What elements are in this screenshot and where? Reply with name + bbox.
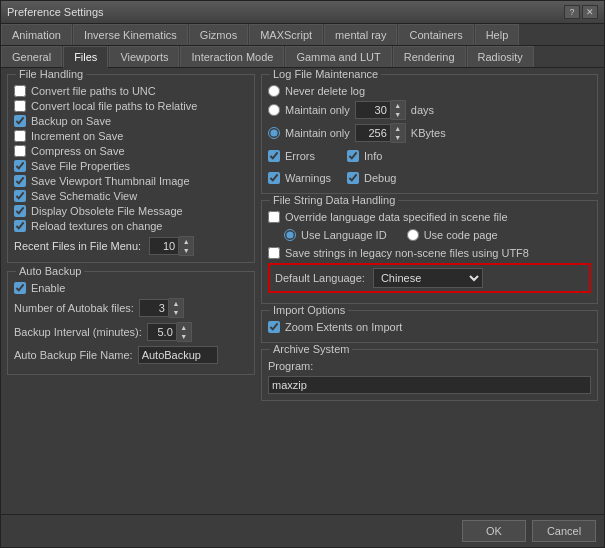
compress-checkbox[interactable] xyxy=(14,145,26,157)
schematic-checkbox[interactable] xyxy=(14,190,26,202)
interval-down[interactable]: ▼ xyxy=(177,332,191,341)
maintain-days-row: Maintain only ▲ ▼ days xyxy=(268,100,591,120)
enable-backup-row: Enable xyxy=(14,282,248,294)
tabs-row2: General Files Viewports Interaction Mode… xyxy=(1,46,604,68)
days-spinner: ▲ ▼ xyxy=(355,100,406,120)
relative-checkbox[interactable] xyxy=(14,100,26,112)
checkbox-backup-save: Backup on Save xyxy=(14,115,248,127)
tab-gamma-lut[interactable]: Gamma and LUT xyxy=(285,46,391,67)
archive-system-title: Archive System xyxy=(270,343,352,355)
maintain-kb-radio[interactable] xyxy=(268,127,280,139)
recent-files-spinner: ▲ ▼ xyxy=(149,236,194,256)
default-language-select[interactable]: Chinese English Japanese Korean German F… xyxy=(373,268,483,288)
days-up[interactable]: ▲ xyxy=(391,101,405,110)
reload-textures-label: Reload textures on change xyxy=(31,220,162,232)
footer: OK Cancel xyxy=(1,514,604,547)
override-checkbox[interactable] xyxy=(268,211,280,223)
num-files-up[interactable]: ▲ xyxy=(169,299,183,308)
obsolete-checkbox[interactable] xyxy=(14,205,26,217)
maintain-kb-label: Maintain only xyxy=(285,127,350,139)
default-language-row: Default Language: Chinese English Japane… xyxy=(268,263,591,293)
help-button[interactable]: ? xyxy=(564,5,580,19)
num-files-spinner: ▲ ▼ xyxy=(139,298,184,318)
use-lang-id-radio[interactable] xyxy=(284,229,296,241)
debug-checkbox[interactable] xyxy=(347,172,359,184)
errors-checkbox[interactable] xyxy=(268,150,280,162)
content-area: File Handling Convert file paths to UNC … xyxy=(1,68,604,514)
tab-gizmos[interactable]: Gizmos xyxy=(189,24,248,45)
tab-inverse-kinematics[interactable]: Inverse Kinematics xyxy=(73,24,188,45)
days-input[interactable] xyxy=(355,101,391,119)
info-row: Info xyxy=(347,150,396,162)
thumbnail-checkbox[interactable] xyxy=(14,175,26,187)
unc-checkbox[interactable] xyxy=(14,85,26,97)
zoom-extents-checkbox[interactable] xyxy=(268,321,280,333)
use-lang-id-label: Use Language ID xyxy=(301,229,387,241)
days-spinner-btns: ▲ ▼ xyxy=(391,100,406,120)
tab-animation[interactable]: Animation xyxy=(1,24,72,45)
use-code-page-radio[interactable] xyxy=(407,229,419,241)
import-options-title: Import Options xyxy=(270,304,348,316)
enable-backup-label: Enable xyxy=(31,282,65,294)
tabs-row1: Animation Inverse Kinematics Gizmos MAXS… xyxy=(1,24,604,46)
warnings-row: Warnings xyxy=(268,172,331,184)
tab-interaction-mode[interactable]: Interaction Mode xyxy=(180,46,284,67)
tab-files[interactable]: Files xyxy=(63,46,108,68)
tab-radiosity[interactable]: Radiosity xyxy=(467,46,534,67)
reload-textures-checkbox[interactable] xyxy=(14,220,26,232)
program-input[interactable] xyxy=(268,376,591,394)
tab-maxscript[interactable]: MAXScript xyxy=(249,24,323,45)
recent-files-up[interactable]: ▲ xyxy=(179,237,193,246)
preference-settings-window: Preference Settings ? ✕ Animation Invers… xyxy=(0,0,605,548)
kb-input[interactable] xyxy=(355,124,391,142)
num-files-down[interactable]: ▼ xyxy=(169,308,183,317)
enable-backup-checkbox[interactable] xyxy=(14,282,26,294)
never-delete-row: Never delete log xyxy=(268,85,591,97)
ok-button[interactable]: OK xyxy=(462,520,526,542)
info-checkbox[interactable] xyxy=(347,150,359,162)
kb-down[interactable]: ▼ xyxy=(391,133,405,142)
backup-save-checkbox[interactable] xyxy=(14,115,26,127)
file-string-group: File String Data Handling Override langu… xyxy=(261,200,598,304)
kb-unit: KBytes xyxy=(411,127,446,139)
file-props-checkbox[interactable] xyxy=(14,160,26,172)
tab-rendering[interactable]: Rendering xyxy=(393,46,466,67)
save-utf8-label: Save strings in legacy non-scene files u… xyxy=(285,247,529,259)
file-handling-group: File Handling Convert file paths to UNC … xyxy=(7,74,255,263)
import-options-group: Import Options Zoom Extents on Import xyxy=(261,310,598,343)
days-down[interactable]: ▼ xyxy=(391,110,405,119)
recent-files-label: Recent Files in File Menu: xyxy=(14,240,141,252)
thumbnail-label: Save Viewport Thumbnail Image xyxy=(31,175,190,187)
program-label: Program: xyxy=(268,360,313,372)
warnings-checkbox[interactable] xyxy=(268,172,280,184)
checkbox-file-props: Save File Properties xyxy=(14,160,248,172)
tab-help[interactable]: Help xyxy=(475,24,520,45)
increment-checkbox[interactable] xyxy=(14,130,26,142)
close-button[interactable]: ✕ xyxy=(582,5,598,19)
backup-save-label: Backup on Save xyxy=(31,115,111,127)
auto-backup-group: Auto Backup Enable Number of Autobak fil… xyxy=(7,271,255,375)
interval-up[interactable]: ▲ xyxy=(177,323,191,332)
tab-general[interactable]: General xyxy=(1,46,62,67)
right-panel: Log File Maintenance Never delete log Ma… xyxy=(261,74,598,508)
errors-row: Errors xyxy=(268,150,331,162)
interval-input[interactable] xyxy=(147,323,177,341)
debug-label: Debug xyxy=(364,172,396,184)
maintain-days-radio[interactable] xyxy=(268,104,280,116)
override-row: Override language data specified in scen… xyxy=(268,211,591,223)
num-files-input[interactable] xyxy=(139,299,169,317)
tab-mental-ray[interactable]: mental ray xyxy=(324,24,397,45)
tab-containers[interactable]: Containers xyxy=(398,24,473,45)
cancel-button[interactable]: Cancel xyxy=(532,520,596,542)
recent-files-down[interactable]: ▼ xyxy=(179,246,193,255)
auto-backup-title: Auto Backup xyxy=(16,265,84,277)
log-file-title: Log File Maintenance xyxy=(270,68,381,80)
tab-viewports[interactable]: Viewports xyxy=(109,46,179,67)
kb-up[interactable]: ▲ xyxy=(391,124,405,133)
errors-label: Errors xyxy=(285,150,315,162)
save-utf8-checkbox[interactable] xyxy=(268,247,280,259)
file-name-input[interactable] xyxy=(138,346,218,364)
never-delete-radio[interactable] xyxy=(268,85,280,97)
recent-files-input[interactable] xyxy=(149,237,179,255)
use-lang-id-row: Use Language ID xyxy=(284,229,387,241)
